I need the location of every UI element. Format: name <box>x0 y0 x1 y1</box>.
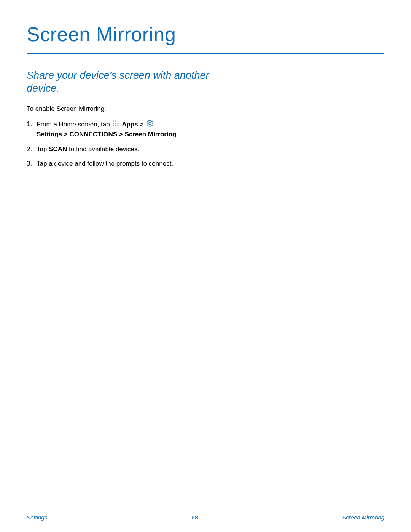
step-body: Tap a device and follow the prompts to c… <box>37 159 209 169</box>
footer-page-number: 68 <box>191 514 198 521</box>
apps-grid-icon <box>112 120 119 130</box>
svg-point-10 <box>149 122 151 124</box>
svg-point-7 <box>115 125 116 126</box>
step-number: 1. <box>27 120 37 139</box>
settings-gear-icon <box>146 120 154 130</box>
svg-point-1 <box>115 120 116 121</box>
step-body: From a Home screen, tap Apps > <box>37 120 209 139</box>
step-3: 3. Tap a device and follow the prompts t… <box>27 159 209 169</box>
svg-point-5 <box>118 123 119 124</box>
apps-label: Apps <box>122 121 138 128</box>
step-text: Tap a device and follow the prompts to c… <box>37 160 173 167</box>
scan-label: SCAN <box>49 145 67 153</box>
svg-point-2 <box>118 120 119 121</box>
intro-text: To enable Screen Mirroring: <box>27 105 384 113</box>
path-separator: > <box>140 121 145 128</box>
step-body: Tap SCAN to find available devices. <box>37 145 209 154</box>
svg-point-0 <box>113 120 114 121</box>
title-rule <box>27 53 384 54</box>
step-text: . <box>176 131 178 138</box>
step-text: Tap <box>37 145 49 153</box>
svg-point-3 <box>113 123 114 124</box>
page-footer: Settings 68 Screen Mirroring <box>27 514 384 521</box>
step-2: 2. Tap SCAN to find available devices. <box>27 145 209 154</box>
steps-list: 1. From a Home screen, tap Apps > <box>27 120 209 169</box>
page-title: Screen Mirroring <box>27 23 384 46</box>
step-text: From a Home screen, tap <box>37 121 112 128</box>
step-text: to find available devices. <box>67 145 139 153</box>
footer-left: Settings <box>27 514 47 521</box>
footer-right: Screen Mirroring <box>342 514 384 521</box>
subtitle: Share your device's screen with another … <box>27 69 209 95</box>
step-1: 1. From a Home screen, tap Apps > <box>27 120 209 139</box>
step-number: 2. <box>27 145 37 154</box>
settings-path: Settings > CONNECTIONS > Screen Mirrorin… <box>37 131 176 138</box>
svg-point-8 <box>118 125 119 126</box>
svg-point-4 <box>115 123 116 124</box>
step-number: 3. <box>27 159 37 169</box>
svg-point-6 <box>113 125 114 126</box>
